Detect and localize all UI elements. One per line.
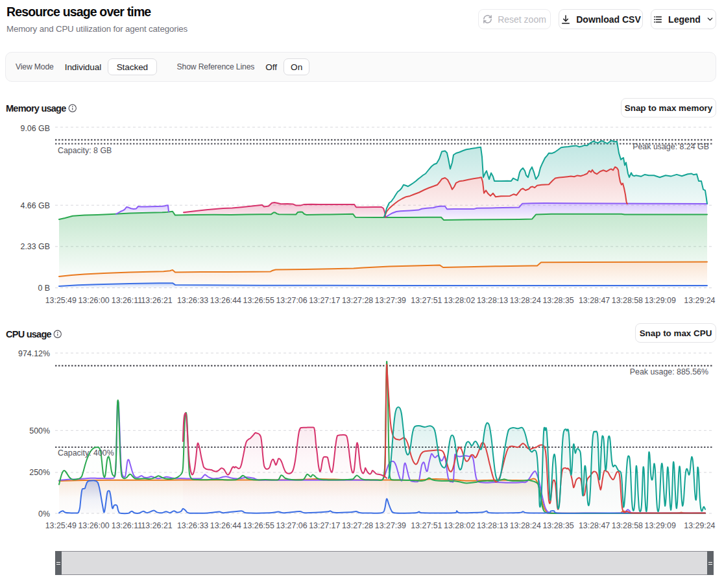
- svg-text:13:29:24: 13:29:24: [684, 521, 715, 530]
- svg-text:13:27:51: 13:27:51: [411, 296, 442, 305]
- svg-text:13:28:02: 13:28:02: [444, 296, 475, 305]
- svg-text:13:26:11: 13:26:11: [112, 296, 142, 305]
- svg-text:0 B: 0 B: [38, 284, 50, 293]
- svg-text:13:29:09: 13:29:09: [645, 296, 676, 305]
- svg-text:250%: 250%: [29, 468, 50, 477]
- svg-text:13:25:49: 13:25:49: [45, 521, 77, 530]
- svg-text:13:27:28: 13:27:28: [342, 296, 373, 305]
- svg-text:13:28:02: 13:28:02: [444, 521, 475, 530]
- svg-text:13:28:47: 13:28:47: [579, 521, 610, 530]
- svg-text:13:27:39: 13:27:39: [375, 296, 406, 305]
- svg-text:13:27:06: 13:27:06: [276, 296, 307, 305]
- svg-text:13:29:09: 13:29:09: [645, 521, 676, 530]
- svg-text:13:27:28: 13:27:28: [342, 521, 373, 530]
- svg-text:13:28:24: 13:28:24: [510, 296, 541, 305]
- svg-text:13:26:00: 13:26:00: [78, 296, 109, 305]
- svg-text:13:26:00: 13:26:00: [78, 521, 109, 530]
- svg-text:974.12%: 974.12%: [18, 349, 50, 358]
- svg-text:13:26:44: 13:26:44: [210, 296, 241, 305]
- svg-text:13:27:39: 13:27:39: [375, 521, 406, 530]
- svg-text:13:26:21: 13:26:21: [141, 521, 172, 530]
- svg-text:0%: 0%: [38, 509, 50, 519]
- svg-text:13:28:35: 13:28:35: [542, 521, 573, 530]
- svg-text:2.33 GB: 2.33 GB: [21, 242, 50, 251]
- svg-text:Capacity: 400%: Capacity: 400%: [58, 448, 114, 458]
- svg-text:13:28:58: 13:28:58: [612, 521, 643, 530]
- svg-text:13:29:24: 13:29:24: [684, 296, 715, 305]
- svg-text:13:28:35: 13:28:35: [542, 296, 573, 305]
- svg-text:500%: 500%: [29, 426, 50, 435]
- svg-text:13:26:33: 13:26:33: [177, 296, 208, 305]
- svg-text:Peak usage: 885.56%: Peak usage: 885.56%: [630, 367, 708, 376]
- svg-text:13:28:13: 13:28:13: [477, 296, 508, 305]
- svg-text:13:27:17: 13:27:17: [309, 521, 340, 530]
- svg-text:13:27:06: 13:27:06: [276, 521, 307, 530]
- svg-text:13:26:55: 13:26:55: [243, 296, 274, 305]
- svg-text:Peak usage: 8.24 GB: Peak usage: 8.24 GB: [633, 142, 709, 151]
- svg-text:13:26:55: 13:26:55: [243, 521, 274, 530]
- svg-text:13:27:51: 13:27:51: [411, 521, 442, 530]
- svg-text:Capacity: 8 GB: Capacity: 8 GB: [58, 146, 112, 155]
- svg-text:13:28:13: 13:28:13: [477, 521, 508, 530]
- svg-text:13:26:21: 13:26:21: [141, 296, 172, 305]
- svg-text:13:27:17: 13:27:17: [309, 296, 340, 305]
- svg-text:13:28:47: 13:28:47: [579, 296, 610, 305]
- svg-text:4.66 GB: 4.66 GB: [21, 201, 50, 210]
- svg-text:13:26:44: 13:26:44: [210, 521, 241, 530]
- svg-text:13:26:33: 13:26:33: [177, 521, 208, 530]
- svg-text:13:26:11: 13:26:11: [112, 521, 142, 530]
- svg-text:13:25:49: 13:25:49: [45, 296, 77, 305]
- svg-text:9.06 GB: 9.06 GB: [21, 124, 50, 133]
- svg-text:13:28:24: 13:28:24: [510, 521, 541, 530]
- svg-text:13:28:58: 13:28:58: [612, 296, 643, 305]
